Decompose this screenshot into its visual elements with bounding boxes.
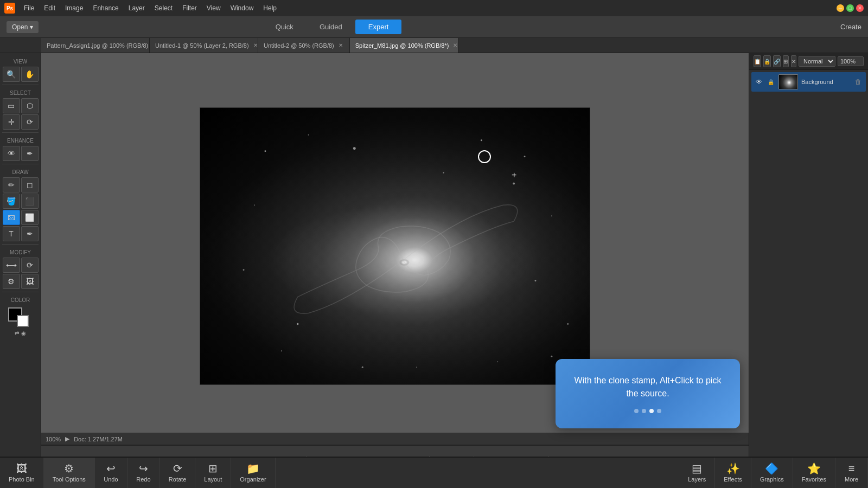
close-button[interactable]: ✕ [856, 4, 864, 12]
brush-cursor [478, 150, 491, 163]
bottom-layout[interactable]: ⊞ Layout [195, 458, 231, 488]
clone-stamp-tool[interactable]: 🖂 [3, 210, 20, 225]
bottom-layers[interactable]: ▤ Layers [679, 458, 715, 488]
effects-label: Effects [724, 476, 742, 483]
open-dropdown-arrow[interactable]: ▾ [30, 23, 33, 31]
canvas-area[interactable]: + 100% ▶ Doc: 1.27M/1.27M Clone Stamp ✕ [41, 53, 749, 488]
layer-thumbnail [778, 74, 798, 89]
custom-shape-tool[interactable]: ✒ [21, 226, 39, 241]
hand-tool[interactable]: ✋ [21, 67, 39, 82]
color-swatches: ⇄ ◉ [2, 305, 39, 338]
redo-label: Redo [136, 476, 150, 483]
background-color[interactable] [17, 315, 29, 327]
lasso-tool[interactable]: ⬡ [21, 98, 39, 113]
eye-tool[interactable]: 👁 [3, 146, 20, 161]
swap-colors-icon[interactable]: ⇄ [15, 330, 19, 336]
organizer-label: Organizer [240, 476, 266, 483]
tab-close-1[interactable]: ✕ [252, 42, 258, 49]
doc-tab-1[interactable]: Untitled-1 @ 50% (Layer 2, RGB/8) ✕ [150, 38, 258, 53]
doc-tab-2[interactable]: Untitled-2 @ 50% (RGB/8) ✕ [258, 38, 350, 53]
crop-tool[interactable]: 🖼 [21, 274, 39, 289]
paint-bucket-tool[interactable]: 🪣 [3, 194, 20, 209]
menu-image[interactable]: Image [61, 3, 87, 13]
svg-point-5 [551, 215, 552, 216]
undo-icon: ↩ [106, 463, 116, 474]
brush-tool[interactable]: ✏ [3, 177, 20, 192]
smudge-tool[interactable]: ✒ [21, 146, 39, 161]
recompose-tool[interactable]: ⟳ [21, 258, 39, 273]
liquify-tool[interactable]: ⚙ [3, 274, 20, 289]
panel-icon-1[interactable]: 📋 [754, 55, 761, 67]
svg-point-3 [308, 134, 309, 136]
maximize-button[interactable]: □ [846, 4, 854, 12]
move-tool[interactable]: ✛ [3, 114, 20, 130]
bottom-photo-bin[interactable]: 🖼 Photo Bin [0, 458, 44, 488]
panel-icon-4[interactable]: ⊞ [783, 55, 789, 67]
layer-delete-icon[interactable]: 🗑 [854, 78, 863, 86]
bottom-undo[interactable]: ↩ Undo [95, 458, 127, 488]
canvas-image[interactable]: + [200, 107, 590, 385]
effects-icon: ✨ [726, 463, 740, 474]
menu-help[interactable]: Help [259, 3, 281, 13]
tab-quick[interactable]: Quick [263, 20, 307, 34]
bottom-rotate[interactable]: ⟳ Rotate [160, 458, 195, 488]
panel-icon-2[interactable]: 🔒 [763, 55, 771, 67]
svg-point-11 [443, 172, 444, 173]
svg-point-13 [534, 280, 536, 281]
bottom-favorites[interactable]: ⭐ Favorites [793, 458, 835, 488]
pattern-stamp-tool[interactable]: ⬜ [21, 210, 39, 225]
tab-close-3[interactable]: ✕ [452, 42, 458, 49]
bottom-redo[interactable]: ↪ Redo [127, 458, 160, 488]
bottom-more[interactable]: ≡ More [835, 458, 868, 488]
bottom-organizer[interactable]: 📁 Organizer [231, 458, 275, 488]
organizer-icon: 📁 [246, 463, 260, 474]
arrow-icon: ▶ [65, 435, 69, 442]
quick-sel-tool[interactable]: ⟳ [21, 114, 39, 130]
bottom-bar: 🖼 Photo Bin ⚙ Tool Options ↩ Undo ↪ Redo… [0, 457, 868, 488]
default-colors-icon[interactable]: ◉ [21, 330, 26, 336]
bottom-graphics[interactable]: 🔷 Graphics [751, 458, 793, 488]
menu-layer[interactable]: Layer [124, 3, 149, 13]
layout-icon: ⊞ [208, 463, 218, 474]
layer-blend-mode-select[interactable]: Normal Multiply Screen [799, 56, 835, 67]
window-controls: ─ □ ✕ [837, 4, 864, 12]
bottom-tool-options[interactable]: ⚙ Tool Options [44, 458, 95, 488]
layer-visibility-eye[interactable]: 👁 [755, 78, 763, 86]
menu-view[interactable]: View [202, 3, 225, 13]
marquee-tool[interactable]: ▭ [3, 98, 20, 113]
doc-tab-0[interactable]: Pattern_Assign1.jpg @ 100% (RGB/8) ✕ [41, 38, 150, 53]
text-tool[interactable]: T [3, 226, 20, 241]
menu-edit[interactable]: Edit [40, 3, 60, 13]
svg-point-14 [416, 367, 417, 368]
svg-point-10 [362, 367, 363, 368]
menu-filter[interactable]: Filter [178, 3, 201, 13]
menu-file[interactable]: File [20, 3, 39, 13]
svg-point-6 [243, 269, 245, 271]
tool-options-icon: ⚙ [64, 463, 74, 474]
doc-info: Doc: 1.27M/1.27M [74, 436, 123, 442]
menu-enhance[interactable]: Enhance [88, 3, 123, 13]
zoom-tool[interactable]: 🔍 [3, 67, 20, 82]
layer-opacity-input[interactable] [838, 56, 864, 66]
panel-icon-5[interactable]: ✕ [791, 55, 797, 67]
bottom-effects[interactable]: ✨ Effects [715, 458, 751, 488]
panel-icon-3[interactable]: 🔗 [773, 55, 781, 67]
doc-tab-3[interactable]: Spitzer_M81.jpg @ 100% (RGB/8*) ✕ [350, 38, 458, 53]
tab-close-2[interactable]: ✕ [337, 42, 344, 49]
transform-tool[interactable]: ⟷ [3, 258, 20, 273]
layer-item-background[interactable]: 👁 🔒 Background 🗑 [751, 72, 866, 92]
tab-bar: Pattern_Assign1.jpg @ 100% (RGB/8) ✕ Unt… [0, 38, 868, 53]
menu-window[interactable]: Window [226, 3, 258, 13]
tab-expert[interactable]: Expert [355, 20, 402, 34]
create-button[interactable]: Create [840, 23, 861, 31]
tab-guided[interactable]: Guided [307, 20, 355, 34]
photo-bin-icon: 🖼 [16, 463, 27, 474]
minimize-button[interactable]: ─ [837, 4, 844, 12]
svg-point-8 [567, 323, 569, 325]
draw-section-label: DRAW [2, 167, 39, 176]
layer-name-label: Background [801, 79, 851, 85]
menu-select[interactable]: Select [150, 3, 177, 13]
eraser-tool[interactable]: ◻ [21, 177, 39, 192]
gradient-tool[interactable]: ⬛ [21, 194, 39, 209]
open-button[interactable]: Open ▾ [7, 21, 39, 33]
